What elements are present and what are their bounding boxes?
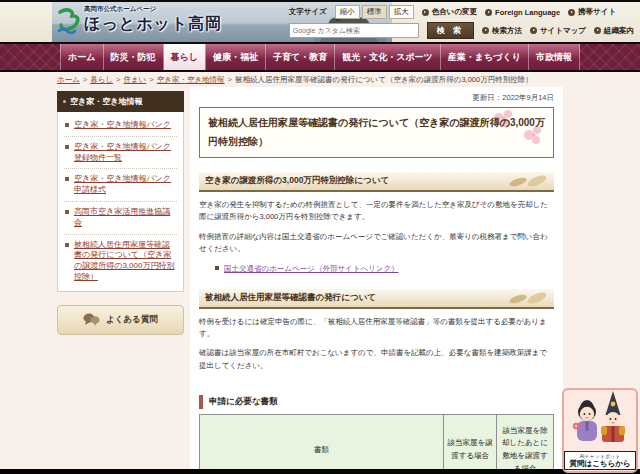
sidebar-item-bank: 空き家・空き地情報バンク (64, 115, 177, 137)
paragraph-deduction-overview: 空き家の発生を抑制するための特例措置として、一定の要件を満たした空き家及びその敷… (199, 199, 554, 224)
nav-item-living[interactable]: 暮らし (163, 44, 205, 70)
arrow-bullet-icon (485, 9, 492, 16)
content-area: 空き家・空き地情報 空き家・空き地情報バンク 空き家・空き地情報バンク登録物件一… (0, 87, 640, 474)
site-logo[interactable]: 高岡市公式ホームページ ほっとホット高岡 (56, 5, 222, 35)
font-size-small-button[interactable]: 縮小 (335, 5, 360, 19)
sitemap-link[interactable]: サイトマップ (530, 26, 586, 36)
sidebar-item-bank-listings: 空き家・空き地情報バンク登録物件一覧 (64, 137, 177, 170)
paragraph-deduction-details: 特例措置の詳細な内容は国土交通省のホームページでご確認いただくか、最寄りの税務署… (199, 231, 554, 256)
arrow-bullet-icon (594, 27, 601, 34)
header-utilities: 文字サイズ 縮小 標準 拡大 色合いの変更 Foreign Language 携… (289, 5, 634, 39)
speech-bubbles-icon (83, 313, 100, 326)
required-documents-table: 書類 該当家屋を譲渡する場合 該当家屋を除却したあとに敷地を譲渡する場合 被相続… (199, 414, 554, 474)
mobile-site-link[interactable]: 携帯サイト (568, 7, 616, 17)
breadcrumb-home[interactable]: ホーム (57, 75, 80, 84)
sidebar-item-confirmation-certificate: 被相続人居住用家屋等確認書の発行について（空き家の譲渡所得の3,000万円特別控… (64, 235, 177, 288)
sidebar-menu: 空き家・空き地情報 空き家・空き地情報バンク 空き家・空き地情報バンク登録物件一… (57, 91, 184, 292)
font-size-large-button[interactable]: 拡大 (389, 5, 414, 19)
breadcrumb-vacant-house-info[interactable]: 空き家・空き地情報 (157, 75, 225, 84)
column-header-transfer-house: 該当家屋を譲渡する場合 (444, 415, 497, 474)
column-header-transfer-land: 該当家屋を除却したあとに敷地を譲渡する場合 (497, 415, 554, 474)
foreign-language-link[interactable]: Foreign Language (485, 8, 560, 17)
external-link-list: 国土交通省のホームページ（外部サイトへリンク） (215, 263, 554, 275)
search-input[interactable] (289, 23, 419, 38)
bottom-border (0, 469, 640, 474)
nav-item-tourism-culture-sports[interactable]: 観光・文化・スポーツ (334, 44, 440, 70)
arrow-bullet-icon (482, 27, 489, 34)
nav-item-industry[interactable]: 産業・まちづくり (440, 44, 528, 70)
site-title: ほっとホット高岡 (84, 14, 222, 35)
nav-item-disaster[interactable]: 防災・防犯 (103, 44, 163, 70)
arrow-bullet-icon (530, 27, 537, 34)
font-size-label: 文字サイズ (289, 7, 327, 17)
sidebar-item-bank-application-forms: 空き家・空き地情報バンク申請様式 (64, 169, 177, 202)
site-subtitle: 高岡市公式ホームページ (84, 5, 222, 14)
page-title: 被相続人居住用家屋等確認書の発行について（空き家の譲渡所得の3,000万円特別控… (199, 107, 554, 158)
sakura-decoration (485, 109, 545, 149)
utility-row-2: 検 索 検索方法 サイトマップ 組織案内 (289, 22, 634, 39)
global-navigation: ホーム 防災・防犯 暮らし 健康・福祉 子育て・教育 観光・文化・スポーツ 産業… (0, 44, 640, 72)
nav-item-city-government[interactable]: 市政情報 (528, 44, 580, 70)
sidebar-menu-title: 空き家・空き地情報 (57, 91, 184, 112)
sidebar-item-utilization-council: 高岡市空き家活用推進協議会 (64, 202, 177, 235)
sidebar: 空き家・空き地情報 空き家・空き地情報バンク 空き家・空き地情報バンク登録物件一… (57, 91, 184, 335)
faq-button[interactable]: よくある質問 (57, 305, 184, 335)
leaf-decoration (506, 290, 548, 306)
font-size-switcher: 縮小 標準 拡大 (335, 5, 414, 19)
utility-row-1: 文字サイズ 縮小 標準 拡大 色合いの変更 Foreign Language 携… (289, 5, 616, 19)
search-help-link[interactable]: 検索方法 (482, 26, 522, 36)
ai-chatbot-widget[interactable]: AIチャットボット 質問はこちらから (562, 388, 638, 473)
mascot-characters-icon (565, 390, 635, 448)
column-header-document: 書類 (200, 415, 444, 474)
search-button[interactable]: 検 索 (427, 22, 474, 39)
list-item: 国土交通省のホームページ（外部サイトへリンク） (215, 263, 554, 275)
updated-date: 更新日：2022年9月14日 (199, 93, 554, 103)
nav-item-health-welfare[interactable]: 健康・福祉 (205, 44, 265, 70)
site-header: 高岡市公式ホームページ ほっとホット高岡 文字サイズ 縮小 標準 拡大 色合いの… (0, 2, 640, 42)
breadcrumb-housing[interactable]: 住まい (124, 75, 147, 84)
main-content: 更新日：2022年9月14日 被相続人居住用家屋等確認書の発行について（空き家の… (190, 87, 563, 474)
table-header-row: 書類 該当家屋を譲渡する場合 該当家屋を除却したあとに敷地を譲渡する場合 (200, 415, 554, 474)
breadcrumb: ホーム>暮らし>住まい>空き家・空き地情報>被相続人居住用家屋等確認書の発行につ… (0, 72, 640, 87)
breadcrumb-living[interactable]: 暮らし (90, 75, 113, 84)
arrow-bullet-icon (422, 9, 429, 16)
arrow-bullet-icon (568, 9, 575, 16)
nav-item-home[interactable]: ホーム (60, 44, 102, 70)
paragraph-certificate-submission: 確認書は該当家屋の所在市町村でおこないますので、申請書を記載の上、必要な書類を建… (199, 347, 554, 372)
mlit-external-link[interactable]: 国土交通省のホームページ（外部サイトへリンク） (224, 264, 399, 273)
browser-page: 高岡市公式ホームページ ほっとホット高岡 文字サイズ 縮小 標準 拡大 色合いの… (0, 0, 640, 474)
paragraph-certificate-requirement: 特例を受けるには確定申告の際に、「被相続人居住用家屋等確認書」等の書類を提出する… (199, 316, 554, 341)
section-heading-certificate-issuance: 被相続人居住用家屋等確認書の発行について (199, 289, 554, 309)
table-heading-required-documents: 申請に必要な書類 (199, 395, 554, 409)
takaoka-logo-icon (56, 7, 80, 34)
section-heading-special-deduction: 空き家の譲渡所得の3,000万円特別控除について (199, 172, 554, 192)
leaf-decoration (506, 173, 548, 189)
nav-item-childcare-education[interactable]: 子育て・教育 (265, 44, 334, 70)
chatbot-label[interactable]: AIチャットボット 質問はこちらから (564, 451, 636, 470)
breadcrumb-current-page: 被相続人居住用家屋等確認書の発行について（空き家の譲渡所得の3,000万円特別控… (235, 75, 533, 84)
organization-link[interactable]: 組織案内 (594, 26, 634, 36)
color-scheme-link[interactable]: 色合いの変更 (422, 7, 477, 17)
font-size-standard-button[interactable]: 標準 (362, 5, 387, 19)
